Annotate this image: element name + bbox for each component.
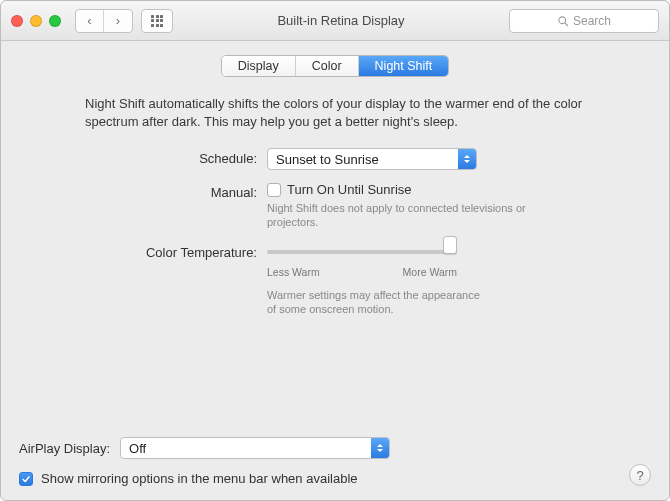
schedule-value: Sunset to Sunrise xyxy=(276,152,379,167)
updown-icon xyxy=(458,149,476,169)
nav-back-forward: ‹ › xyxy=(75,9,133,33)
close-icon[interactable] xyxy=(11,15,23,27)
slider-max-label: More Warm xyxy=(403,266,457,278)
manual-row: Manual: Turn On Until Sunrise Night Shif… xyxy=(137,182,571,230)
window-title: Built-in Retina Display xyxy=(181,13,501,28)
minimize-icon[interactable] xyxy=(30,15,42,27)
show-all-button[interactable] xyxy=(141,9,173,33)
mirroring-label: Show mirroring options in the menu bar w… xyxy=(41,471,358,486)
schedule-row: Schedule: Sunset to Sunrise xyxy=(137,148,571,170)
search-icon xyxy=(557,15,569,27)
airplay-label: AirPlay Display: xyxy=(19,441,110,456)
color-temp-label: Color Temperature: xyxy=(137,242,257,260)
slider-min-label: Less Warm xyxy=(267,266,320,278)
schedule-label: Schedule: xyxy=(137,148,257,166)
mirroring-checkbox[interactable] xyxy=(19,472,33,486)
night-shift-form: Schedule: Sunset to Sunrise Manual: Turn… xyxy=(137,148,571,328)
tab-night-shift[interactable]: Night Shift xyxy=(359,56,449,76)
window-controls xyxy=(11,15,61,27)
slider-thumb[interactable] xyxy=(443,236,457,254)
zoom-icon[interactable] xyxy=(49,15,61,27)
footer: AirPlay Display: Off Show mirroring opti… xyxy=(19,423,651,486)
chevron-left-icon: ‹ xyxy=(87,13,91,28)
search-input[interactable]: Search xyxy=(509,9,659,33)
manual-label: Manual: xyxy=(137,182,257,200)
tabs: Display Color Night Shift xyxy=(19,55,651,77)
manual-checkbox[interactable] xyxy=(267,183,281,197)
manual-hint: Night Shift does not apply to connected … xyxy=(267,201,571,230)
back-button[interactable]: ‹ xyxy=(76,10,104,32)
tab-color[interactable]: Color xyxy=(296,56,359,76)
manual-checkbox-row[interactable]: Turn On Until Sunrise xyxy=(267,182,571,197)
help-icon: ? xyxy=(636,468,643,483)
prefs-window: ‹ › Built-in Retina Display Search xyxy=(0,0,670,501)
color-temp-slider[interactable]: Less Warm More Warm xyxy=(267,242,457,278)
tab-set: Display Color Night Shift xyxy=(221,55,450,77)
schedule-popup[interactable]: Sunset to Sunrise xyxy=(267,148,477,170)
forward-button[interactable]: › xyxy=(104,10,132,32)
grid-icon xyxy=(151,15,163,27)
manual-checkbox-label: Turn On Until Sunrise xyxy=(287,182,412,197)
chevron-right-icon: › xyxy=(116,13,120,28)
search-placeholder: Search xyxy=(573,14,611,28)
updown-icon xyxy=(371,438,389,458)
tab-display[interactable]: Display xyxy=(222,56,296,76)
color-temp-hint: Warmer settings may affect the appearanc… xyxy=(267,288,487,317)
color-temp-row: Color Temperature: Less Warm More Warm W… xyxy=(137,242,571,317)
slider-labels: Less Warm More Warm xyxy=(267,266,457,278)
airplay-value: Off xyxy=(129,441,146,456)
titlebar: ‹ › Built-in Retina Display Search xyxy=(1,1,669,41)
airplay-popup[interactable]: Off xyxy=(120,437,390,459)
help-button[interactable]: ? xyxy=(629,464,651,486)
night-shift-description: Night Shift automatically shifts the col… xyxy=(85,95,601,130)
content: Display Color Night Shift Night Shift au… xyxy=(1,41,669,500)
svg-line-1 xyxy=(565,22,568,25)
check-icon xyxy=(21,474,31,484)
